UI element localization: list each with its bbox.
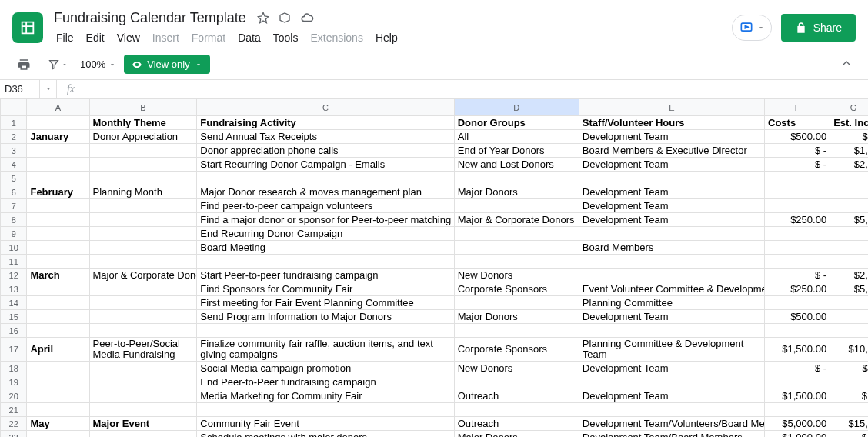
filter-icon[interactable]: [43, 55, 72, 74]
row-header[interactable]: 8: [1, 213, 27, 227]
cell[interactable]: Board Members: [579, 241, 764, 255]
cell[interactable]: April: [27, 338, 89, 362]
cell[interactable]: [830, 199, 868, 213]
cell[interactable]: Major Donor research & moves management …: [197, 185, 454, 199]
cell[interactable]: [89, 241, 197, 255]
row-header[interactable]: 23: [1, 431, 27, 438]
cell[interactable]: $2,5: [830, 158, 868, 172]
cell[interactable]: [27, 116, 89, 130]
collapse-toolbar-icon[interactable]: [837, 54, 856, 75]
cell[interactable]: [454, 241, 579, 255]
cell[interactable]: $ -: [830, 389, 868, 403]
cell[interactable]: [579, 375, 764, 389]
cell[interactable]: January: [27, 130, 89, 144]
cell[interactable]: [27, 362, 89, 375]
cell[interactable]: [454, 255, 579, 269]
cell[interactable]: New and Lost Donors: [454, 158, 579, 172]
cell[interactable]: [454, 199, 579, 213]
cell[interactable]: [830, 324, 868, 338]
cell[interactable]: Finalize community fair raffle, auction …: [197, 338, 454, 362]
cell[interactable]: [454, 324, 579, 338]
cell[interactable]: [830, 241, 868, 255]
cell[interactable]: Development Team: [579, 310, 764, 324]
cell[interactable]: End Recurring Donor Campaign: [197, 227, 454, 241]
cell[interactable]: Start Peer-to-peer fundraising campaign: [197, 269, 454, 282]
cell[interactable]: End of Year Donors: [454, 144, 579, 158]
doc-title[interactable]: Fundraising Calendar Template: [51, 10, 249, 26]
cell[interactable]: Planning Committee & Development Team: [579, 338, 764, 362]
cell[interactable]: Outreach: [454, 389, 579, 403]
row-header[interactable]: 15: [1, 310, 27, 324]
cell[interactable]: [89, 403, 197, 417]
cell[interactable]: Development Team: [579, 130, 764, 144]
cell[interactable]: Development Team: [579, 158, 764, 172]
cell[interactable]: [765, 296, 830, 310]
cell[interactable]: [27, 172, 89, 185]
cell[interactable]: [197, 324, 454, 338]
cell[interactable]: [830, 185, 868, 199]
cell[interactable]: [27, 158, 89, 172]
cell[interactable]: [89, 296, 197, 310]
cell[interactable]: [830, 227, 868, 241]
cloud-status-icon[interactable]: [300, 11, 314, 25]
cell[interactable]: Corporate Sponsors: [454, 338, 579, 362]
cell[interactable]: Donor Appreciation: [89, 130, 197, 144]
row-header[interactable]: 17: [1, 338, 27, 362]
cell[interactable]: [197, 403, 454, 417]
cell[interactable]: [27, 403, 89, 417]
cell[interactable]: $500.00: [765, 310, 830, 324]
cell[interactable]: Development Team: [579, 185, 764, 199]
cell[interactable]: $1,000.00: [765, 431, 830, 438]
cell[interactable]: [579, 172, 764, 185]
col-header-A[interactable]: A: [27, 99, 89, 116]
cell[interactable]: Costs: [765, 116, 830, 130]
cell[interactable]: Planning Month: [89, 185, 197, 199]
cell[interactable]: [830, 375, 868, 389]
row-header[interactable]: 3: [1, 144, 27, 158]
cell[interactable]: [27, 310, 89, 324]
cell[interactable]: $5: [830, 362, 868, 375]
cell[interactable]: [454, 403, 579, 417]
cell[interactable]: Development Team: [579, 199, 764, 213]
cell[interactable]: Event Volunteer Committee & Development …: [579, 282, 764, 296]
cell[interactable]: $1,500.00: [765, 338, 830, 362]
col-header-F[interactable]: F: [765, 99, 830, 116]
cell[interactable]: Planning Committee: [579, 296, 764, 310]
cell[interactable]: Development Team: [579, 389, 764, 403]
cell[interactable]: $5: [830, 130, 868, 144]
cell[interactable]: $ -: [765, 144, 830, 158]
spreadsheet-grid[interactable]: ABCDEFG1Monthly ThemeFundraising Activit…: [0, 98, 868, 437]
cell[interactable]: Major Donors: [454, 310, 579, 324]
row-header[interactable]: 19: [1, 375, 27, 389]
cell[interactable]: $ -: [765, 362, 830, 375]
cell[interactable]: New Donors: [454, 362, 579, 375]
cell[interactable]: Major Donors: [454, 185, 579, 199]
cell[interactable]: [579, 227, 764, 241]
zoom-selector[interactable]: 100%: [80, 58, 116, 70]
cell[interactable]: [765, 241, 830, 255]
row-header[interactable]: 21: [1, 403, 27, 417]
present-button[interactable]: [732, 15, 772, 41]
menu-format[interactable]: Format: [186, 30, 231, 45]
cell[interactable]: [765, 199, 830, 213]
cell[interactable]: [27, 389, 89, 403]
cell[interactable]: [89, 389, 197, 403]
cell[interactable]: Community Fair Event: [197, 417, 454, 431]
cell[interactable]: $5,0: [830, 213, 868, 227]
cell[interactable]: [765, 403, 830, 417]
cell[interactable]: [830, 172, 868, 185]
cell[interactable]: $2,0: [830, 269, 868, 282]
cell[interactable]: [27, 144, 89, 158]
menu-file[interactable]: File: [51, 30, 79, 45]
cell[interactable]: All: [454, 130, 579, 144]
cell[interactable]: Find a major donor or sponsor for Peer-t…: [197, 213, 454, 227]
cell[interactable]: [27, 213, 89, 227]
cell[interactable]: [454, 296, 579, 310]
cell[interactable]: Social Media campaign promotion: [197, 362, 454, 375]
cell[interactable]: [27, 199, 89, 213]
cell[interactable]: [89, 310, 197, 324]
col-header-D[interactable]: D: [454, 99, 579, 116]
cell[interactable]: [765, 185, 830, 199]
cell[interactable]: Find Sponsors for Community Fair: [197, 282, 454, 296]
cell[interactable]: Major & Corporate Donors: [89, 269, 197, 282]
